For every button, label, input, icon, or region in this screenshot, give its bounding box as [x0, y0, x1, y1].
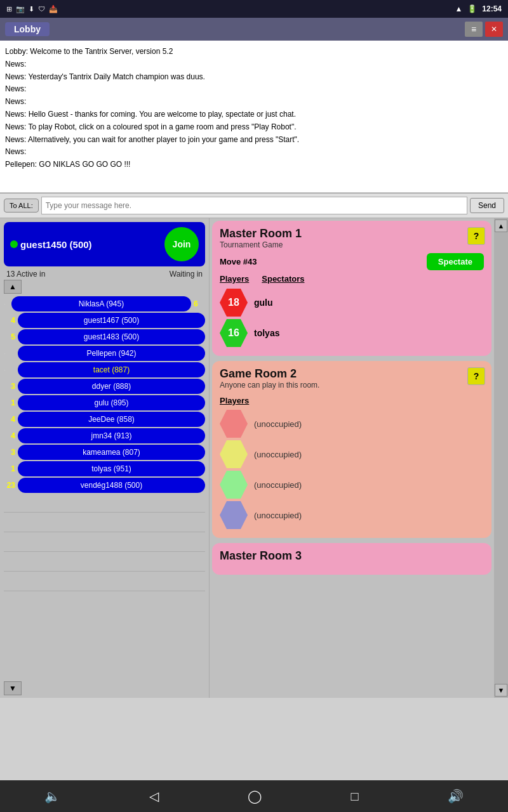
recents-button[interactable]: □	[351, 789, 359, 804]
move-label-1: Move #43	[220, 257, 257, 266]
wifi-icon: ▲	[455, 4, 462, 13]
guest-join-area: guest1450 (500) Join	[4, 222, 205, 266]
guest-name-label: guest1450 (500)	[20, 239, 92, 250]
players-label-1: Players	[220, 274, 249, 284]
chat-message-3: News: Yesterday's Tantrix Daily Match ch…	[5, 71, 503, 84]
table-row: 1 gulu (895)	[4, 395, 205, 410]
chat-area: Lobby: Welcome to the Tantrix Server, ve…	[0, 41, 508, 193]
to-all-button[interactable]: To ALL:	[4, 199, 39, 213]
room-info-2: Anyone can play in this room.	[220, 381, 484, 390]
room2-slot-1: (unoccupied)	[220, 410, 484, 438]
table-row: · NiklasA (945) 6	[4, 296, 205, 311]
player-button[interactable]: NiklasA (945)	[11, 296, 191, 311]
spectate-button-1[interactable]: Spectate	[427, 253, 484, 270]
chat-message-10: Pellepen: GO NIKLAS GO GO GO !!!	[5, 159, 503, 171]
chat-message-1: Lobby: Welcome to the Tantrix Server, ve…	[5, 46, 503, 58]
table-row: 1 tolyas (951)	[4, 461, 205, 476]
room-title-1: Master Room 1	[220, 227, 484, 240]
chat-message-8: News: Alternatively, you can wait for an…	[5, 134, 503, 147]
room-title-3: Master Room 3	[220, 549, 484, 563]
right-scroll-up[interactable]: ▲	[495, 219, 507, 232]
chat-message-2: News:	[5, 58, 503, 71]
table-row: 23 vendég1488 (500)	[4, 478, 205, 493]
table-row: 5 guest1483 (500)	[4, 329, 205, 344]
close-button[interactable]: ✕	[485, 22, 503, 37]
system-icon-dl: ⬇	[29, 5, 34, 13]
player-button[interactable]: guest1483 (500)	[18, 329, 205, 344]
home-button[interactable]: ◯	[248, 789, 262, 804]
question-button-1[interactable]: ?	[467, 227, 485, 245]
system-titlebar: ⊞ 📷 ⬇ 🛡 📥 ▲ 🔋 12:54	[0, 0, 508, 18]
right-scroll-down[interactable]: ▼	[495, 684, 507, 697]
menu-button[interactable]: ≡	[465, 22, 483, 37]
system-icon-inbox: 📥	[49, 5, 58, 13]
battery-icon: 🔋	[467, 4, 477, 13]
player-button[interactable]: tacet (887)	[18, 362, 205, 377]
player-button[interactable]: gulu (895)	[18, 395, 205, 410]
table-row: 3 ddyer (888)	[4, 379, 205, 394]
back-button[interactable]: ◁	[149, 789, 159, 804]
table-row: 4 guest1467 (500)	[4, 313, 205, 328]
room-subtitle-1: Tournament Game	[220, 240, 484, 249]
online-dot	[10, 240, 18, 248]
room-card-3: Master Room 3	[212, 543, 491, 575]
left-panel: guest1450 (500) Join 13 Active in Waitin…	[0, 218, 210, 698]
player-button[interactable]: JeeDee (858)	[18, 412, 205, 427]
spectators-label-1: Spectators	[262, 274, 304, 284]
player-button[interactable]: Pellepen (942)	[18, 346, 205, 361]
room2-slot-4: (unoccupied)	[220, 501, 484, 529]
players-list: · NiklasA (945) 6 4 guest1467 (500) 5 gu…	[0, 295, 209, 680]
scroll-down-button[interactable]: ▼	[4, 681, 22, 695]
table-row: 4 jmn34 (913)	[4, 428, 205, 443]
player-button[interactable]: kameamea (807)	[18, 445, 205, 460]
room2-slot-2: (unoccupied)	[220, 440, 484, 468]
clock: 12:54	[482, 4, 502, 13]
player-button[interactable]: ddyer (888)	[18, 379, 205, 394]
volume-up-button[interactable]: 🔊	[448, 789, 464, 804]
chat-message-6: News: Hello Guest - thanks for coming. Y…	[5, 108, 503, 121]
right-panel: Master Room 1 Tournament Game ? Move #43…	[210, 218, 494, 698]
system-icon-photo: 📷	[16, 5, 25, 13]
waiting-label: Waiting in	[170, 270, 203, 278]
active-waiting-row: 13 Active in Waiting in	[0, 268, 209, 280]
player-button[interactable]: guest1467 (500)	[18, 313, 205, 328]
room-title-2: Game Room 2	[220, 367, 484, 381]
table-row: · tacet (887)	[4, 362, 205, 377]
room-card-1: Master Room 1 Tournament Game ? Move #43…	[212, 221, 491, 356]
scroll-up-button[interactable]: ▲	[4, 280, 22, 294]
chat-message-4: News:	[5, 83, 503, 96]
chat-message-7: News: To play Robot, click on a coloured…	[5, 121, 503, 134]
players-label-2: Players	[220, 396, 249, 405]
table-row: 4 JeeDee (858)	[4, 412, 205, 427]
chat-message-9: News:	[5, 146, 503, 159]
question-button-2[interactable]: ?	[467, 367, 485, 385]
main-content: guest1450 (500) Join 13 Active in Waitin…	[0, 218, 508, 698]
chat-input-bar: To ALL: Send	[0, 193, 508, 218]
room-card-2: Game Room 2 Anyone can play in this room…	[212, 361, 491, 538]
chat-input[interactable]	[41, 197, 467, 214]
send-button[interactable]: Send	[470, 198, 504, 213]
table-row: 3 kameamea (807)	[4, 445, 205, 460]
room1-player-2: 16 tolyas	[220, 319, 484, 347]
chat-message-5: News:	[5, 96, 503, 108]
right-scrollbar: ▲ ▼	[494, 218, 508, 698]
table-row: · Pellepen (942)	[4, 346, 205, 361]
player-button[interactable]: tolyas (951)	[18, 461, 205, 476]
player-button[interactable]: jmn34 (913)	[18, 428, 205, 443]
player-button[interactable]: vendég1488 (500)	[18, 478, 205, 493]
system-icon-shield: 🛡	[38, 5, 45, 13]
join-button[interactable]: Join	[164, 227, 199, 261]
bottom-nav: 🔈 ◁ ◯ □ 🔊	[0, 780, 508, 812]
system-icon-apps: ⊞	[6, 5, 12, 13]
active-label: 13 Active in	[6, 270, 45, 278]
window-title-tab: Lobby	[5, 22, 50, 36]
volume-down-button[interactable]: 🔈	[44, 789, 60, 804]
room1-player-1: 18 gulu	[220, 289, 484, 317]
window-title-bar: Lobby ≡ ✕	[0, 18, 508, 41]
room2-slot-3: (unoccupied)	[220, 471, 484, 499]
